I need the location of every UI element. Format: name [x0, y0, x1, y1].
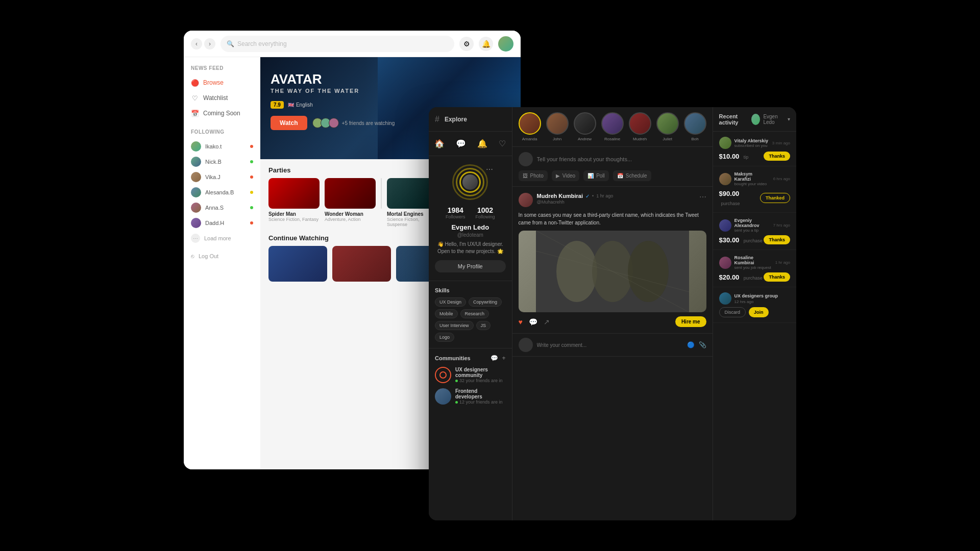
attachment-icon[interactable]: 📎 [699, 341, 706, 348]
emoji-icon[interactable]: 🔵 [687, 341, 695, 348]
load-more-icon: ⋯ [191, 234, 200, 243]
following-dot [250, 145, 253, 148]
party-title: Spider Man [268, 211, 320, 217]
tweet-more-button[interactable]: ⋯ [699, 193, 706, 201]
story-item[interactable]: Juliet [656, 112, 679, 141]
story-item[interactable]: Mudreh [629, 112, 651, 141]
user-avatar[interactable] [498, 36, 513, 52]
following-item[interactable]: Alesanda.B [184, 185, 260, 200]
compose-avatar [519, 152, 533, 166]
comment-avatar [519, 338, 533, 352]
activity-list: Vitaly Akterskiy subscribed on you 3 min… [713, 132, 796, 520]
hero-meta: 7.9 🇬🇧 English [271, 101, 395, 109]
share-button[interactable]: ↗ [544, 318, 550, 326]
story-item[interactable]: Boh [684, 112, 706, 141]
story-item[interactable]: Andrew [574, 112, 596, 141]
explore-label: Explore [445, 116, 467, 123]
following-item[interactable]: Ikako.t [184, 139, 260, 154]
home-icon[interactable]: 🏠 [434, 139, 445, 148]
video-label: Video [562, 173, 575, 179]
nav-back-button[interactable]: ‹ [191, 38, 202, 49]
following-item[interactable]: Nick.B [184, 154, 260, 169]
following-item[interactable]: Vika.J [184, 169, 260, 185]
load-more-button[interactable]: ⋯ Load more [184, 231, 260, 246]
thanks-button[interactable]: Thanks [764, 152, 790, 161]
hire-button[interactable]: Hire me [675, 316, 706, 327]
discard-button[interactable]: Discard [719, 307, 746, 317]
watch-button[interactable]: Watch [271, 116, 307, 130]
community-add-icon[interactable]: + [502, 355, 506, 362]
my-profile-button[interactable]: My Profile [435, 260, 506, 272]
party-card[interactable]: Spider Man Science Fiction, Fantasy [268, 178, 320, 227]
sidebar-bottom: ⎋ Log Out [184, 246, 260, 266]
browse-label: Browse [203, 79, 224, 86]
sidebar-item-browse[interactable]: 🔴 Browse [184, 75, 260, 90]
nav-forward-button[interactable]: › [204, 38, 215, 49]
cw-card[interactable] [332, 246, 391, 282]
activity-person-action: sent you a tip [734, 228, 770, 233]
story-item[interactable]: John [546, 112, 569, 141]
story-name-boh: Boh [691, 137, 698, 141]
heart-nav-icon[interactable]: ♡ [499, 139, 506, 148]
settings-icon[interactable]: ⚙ [459, 37, 474, 51]
friends-watching: +5 friends are watching [312, 118, 395, 128]
activity-amount-row: $90.00 purchase Thanked [719, 189, 790, 207]
compose-input[interactable] [537, 156, 706, 162]
community-fe-name: Frontend developers [455, 388, 506, 399]
community-item[interactable]: UX designers community 32 your friends a… [435, 367, 506, 383]
hero-actions: Watch +5 friends are watching [271, 116, 395, 130]
story-item[interactable]: Rosaline [601, 112, 624, 141]
party-card[interactable]: Wonder Woman Adventure, Action [325, 178, 376, 227]
photo-action[interactable]: 🖼 Photo [519, 170, 548, 181]
story-name-amanda: Amanda [522, 137, 537, 141]
profile-more-button[interactable]: ⋯ [486, 165, 493, 173]
story-item[interactable]: Amanda [519, 112, 541, 141]
video-action[interactable]: ▶ Video [552, 170, 579, 181]
search-bar[interactable]: 🔍 Search everything [220, 36, 454, 52]
community-chat-icon[interactable]: 💬 [491, 355, 498, 362]
following-item[interactable]: Dadd.H [184, 215, 260, 231]
story-name-juliet: Juliet [663, 137, 672, 141]
tweet-text: In some cases you may see a third-party … [519, 211, 706, 227]
communities-section: Communities 💬 + UX designers community [429, 348, 512, 416]
following-item[interactable]: Anna.S [184, 200, 260, 215]
comment-icons: 🔵 📎 [687, 341, 706, 348]
cw-card[interactable] [268, 246, 327, 282]
story-name-andrew: Andrew [578, 137, 592, 141]
party-divider [381, 178, 382, 209]
news-feed-label: News Feed [184, 65, 260, 71]
continue-watching-title: Continue Watching [268, 234, 329, 242]
following-count: 1002 [476, 206, 495, 214]
comment-button[interactable]: 💬 [529, 318, 537, 326]
activity-user[interactable]: Evgen Ledo ▾ [751, 114, 790, 125]
compose-actions: 🖼 Photo ▶ Video 📊 Poll 📅 Schedule [519, 170, 706, 181]
thanks-button[interactable]: Thanks [764, 272, 790, 282]
activity-amount: $10.00 [719, 153, 740, 160]
notification-icon[interactable]: 🔔 [479, 37, 493, 51]
bell-icon[interactable]: 🔔 [477, 139, 487, 148]
thanks-button[interactable]: Thanks [764, 235, 790, 244]
community-ux-name: UX designers community [455, 367, 506, 378]
activity-person-info: Rosaline Kumbirai sent you job request [734, 255, 772, 270]
logout-icon: ⎋ [191, 253, 194, 259]
activity-amount: $30.00 [719, 236, 740, 244]
logout-button[interactable]: ⎋ Log Out [191, 253, 253, 259]
story-name-rosaline: Rosaline [604, 137, 620, 141]
activity-person-action: sent you job request [734, 265, 772, 270]
message-icon[interactable]: 💬 [456, 139, 466, 148]
activity-time: 3 min ago [772, 141, 790, 145]
sidebar-item-watchlist[interactable]: ♡ Watchlist [184, 90, 260, 106]
activity-amount-wrapper: $10.00 tip [719, 152, 749, 161]
community-item[interactable]: Frontend developers 12 your friends are … [435, 388, 506, 405]
tweet-author-avatar [519, 193, 533, 207]
join-button[interactable]: Join [749, 307, 769, 317]
activity-item: Maksym Karafizi bought your video 6 hrs … [713, 166, 796, 213]
sidebar-item-coming-soon[interactable]: 📅 Coming Soon [184, 106, 260, 121]
stories-row: Amanda John Andrew Rosaline Mudreh [512, 107, 713, 147]
poll-action[interactable]: 📊 Poll [583, 170, 609, 181]
schedule-action[interactable]: 📅 Schedule [613, 170, 651, 181]
thanked-button[interactable]: Thanked [760, 193, 790, 203]
tweet-artwork [519, 231, 706, 312]
comment-input[interactable] [537, 342, 683, 348]
like-button[interactable]: ♥ [519, 318, 523, 326]
